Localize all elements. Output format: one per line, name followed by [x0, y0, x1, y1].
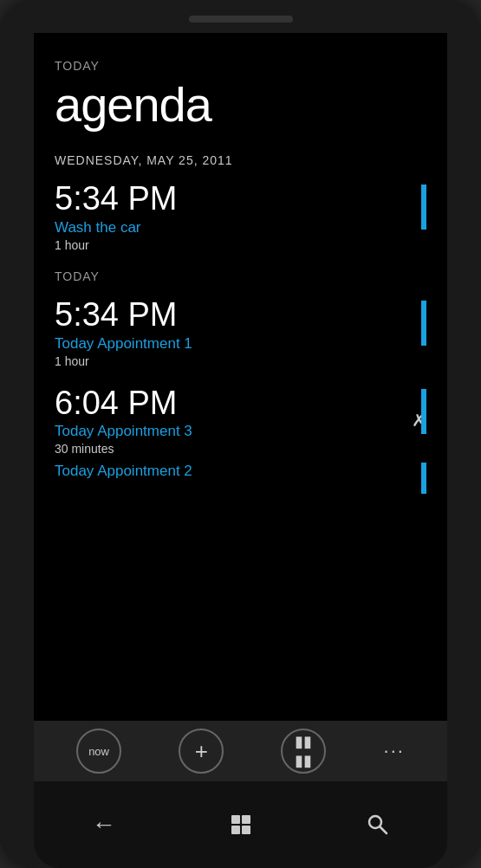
appointment-time-2: 5:34 PM: [55, 297, 409, 334]
appointment-duration-1: 1 hour: [55, 238, 409, 252]
search-button[interactable]: [367, 813, 389, 836]
calendar-button[interactable]: ▮▮▮▮: [281, 729, 326, 774]
home-button[interactable]: [231, 815, 250, 834]
appointment-title-3: Today Appointment 3: [55, 423, 409, 440]
add-button[interactable]: +: [179, 729, 224, 774]
date-header: WEDNESDAY, MAY 25, 2011: [55, 153, 426, 167]
appointment-duration-2: 1 hour: [55, 354, 409, 368]
search-icon: [367, 813, 389, 836]
phone-screen: TODAY agenda WEDNESDAY, MAY 25, 2011 5:3…: [34, 33, 447, 781]
today-label: TODAY: [55, 59, 426, 73]
phone-speaker: [189, 16, 293, 23]
section-label-today: TODAY: [55, 269, 426, 283]
blue-bar-3: [421, 389, 426, 434]
section-today: TODAY: [55, 269, 426, 283]
blue-bar-4: [421, 463, 426, 494]
toolbar: now + ▮▮▮▮ ···: [34, 721, 447, 781]
back-button[interactable]: ←: [92, 811, 116, 839]
nav-bar: ←: [34, 781, 447, 868]
appointment-duration-3: 30 minutes: [55, 442, 409, 456]
screen-content: TODAY agenda WEDNESDAY, MAY 25, 2011 5:3…: [34, 33, 447, 721]
appointment-block-today2[interactable]: Today Appointment 2: [55, 463, 426, 480]
appointment-block-today1[interactable]: 5:34 PM Today Appointment 1 1 hour: [55, 297, 426, 368]
blue-bar-1: [421, 185, 426, 230]
blue-bar-2: [421, 301, 426, 346]
appointment-title-1: Wash the car: [55, 219, 409, 236]
svg-line-1: [380, 827, 387, 834]
appointment-time-3: 6:04 PM: [55, 385, 409, 422]
windows-icon: [231, 815, 250, 834]
now-button[interactable]: now: [76, 729, 121, 774]
phone-frame: TODAY agenda WEDNESDAY, MAY 25, 2011 5:3…: [0, 0, 481, 868]
appointment-title-4: Today Appointment 2: [55, 463, 409, 480]
now-label: now: [88, 745, 109, 758]
more-button[interactable]: ···: [384, 740, 405, 762]
appointment-time-1: 5:34 PM: [55, 181, 409, 217]
add-icon: +: [195, 738, 208, 765]
agenda-title: agenda: [55, 76, 426, 133]
calendar-icon: ▮▮▮▮: [295, 732, 312, 770]
appointment-block-604[interactable]: 6:04 PM ✗ Today Appointment 3 30 minutes: [55, 385, 426, 457]
appointment-block-wash[interactable]: 5:34 PM Wash the car 1 hour: [55, 181, 426, 252]
phone-nav-area: ←: [0, 781, 481, 868]
appointment-title-2: Today Appointment 1: [55, 335, 409, 353]
